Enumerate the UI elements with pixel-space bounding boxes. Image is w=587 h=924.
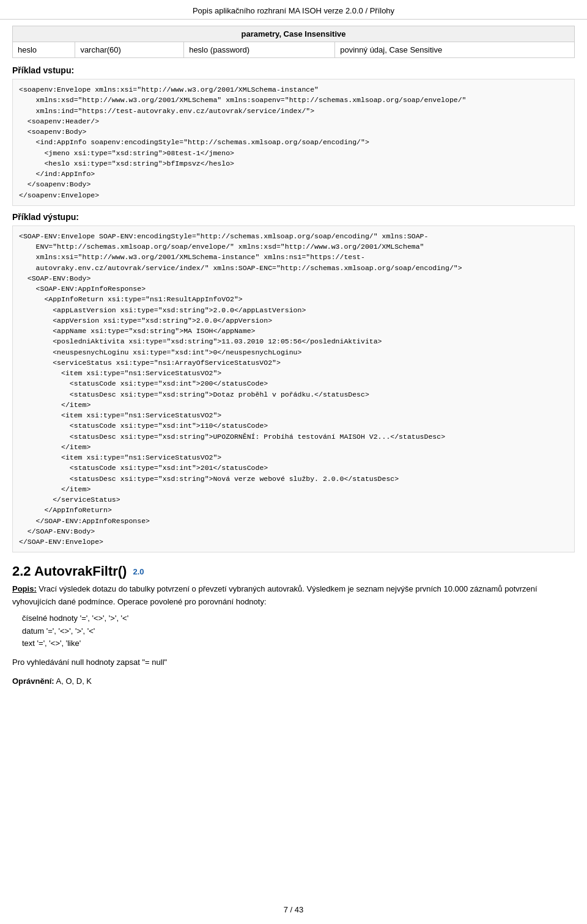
priklad-vystupu-label: Příklad výstupu:: [12, 212, 575, 222]
null-text: Pro vyhledávání null hodnoty zapsat "= n…: [12, 656, 575, 669]
header-title: Popis aplikačního rozhraní MA ISOH verze…: [193, 6, 394, 15]
col-type: varchar(60): [75, 42, 184, 58]
version-badge: 2.0: [133, 567, 144, 576]
operace-datum: datum '=', '<>', '>', '<': [22, 625, 575, 638]
page-header: Popis aplikačního rozhraní MA ISOH verze…: [0, 0, 587, 20]
table-row: heslo varchar(60) heslo (password) povin…: [13, 42, 575, 58]
priklad-vstupu-code: <soapenv:Envelope xmlns:xsi="http://www.…: [12, 79, 575, 206]
col-heslo: heslo: [13, 42, 75, 58]
operace-ciselne: číselné hodnoty '=', '<>', '>', '<': [22, 612, 575, 625]
opravneni-paragraph: Oprávnění: A, O, D, K: [12, 675, 575, 688]
popis-text: Vrací výsledek dotazu do tabulky potvrze…: [12, 584, 537, 606]
popis-paragraph: Popis: Vrací výsledek dotazu do tabulky …: [12, 583, 575, 609]
params-header-cell: parametry, Case Insensitive: [13, 26, 575, 42]
col-desc: heslo (password): [184, 42, 335, 58]
opravneni-label: Oprávnění:: [12, 676, 54, 686]
opravneni-text: A, O, D, K: [54, 676, 92, 686]
priklad-vstupu-label: Příklad vstupu:: [12, 65, 575, 75]
section-22-heading: 2.2 AutovrakFiltr() 2.0: [12, 563, 587, 579]
popis-section: Popis: Vrací výsledek dotazu do tabulky …: [12, 583, 575, 688]
popis-label: Popis:: [12, 584, 37, 593]
operace-text: text '=', '<>', 'like': [22, 637, 575, 650]
section-22-title: 2.2 AutovrakFiltr(): [12, 563, 127, 579]
priklad-vystupu-code: <SOAP-ENV:Envelope SOAP-ENV:encodingStyl…: [12, 226, 575, 553]
footer-page-number: 7 / 43: [284, 905, 304, 914]
params-table: parametry, Case Insensitive heslo varcha…: [12, 26, 575, 58]
col-note: povinný údaj, Case Sensitive: [335, 42, 575, 58]
page-footer: 7 / 43: [0, 905, 587, 914]
